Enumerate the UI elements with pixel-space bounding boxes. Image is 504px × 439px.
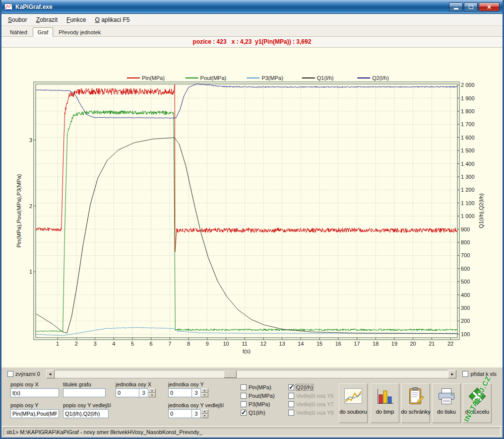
printer-icon	[437, 387, 456, 407]
position-readout: pozice : 423 x : 4,23 y1(Pin(MPa)) : 3,6…	[1, 37, 503, 47]
menu-funkce[interactable]: Funkce	[62, 15, 90, 25]
jednotka-osy-x-spinner[interactable]: ▲▼	[148, 388, 156, 397]
popis-osy-x-input[interactable]	[10, 388, 59, 397]
vedlejsi-osa-y6-checkbox[interactable]: Vedlejší osa Y6	[288, 393, 334, 399]
p3-checkbox[interactable]: P3(MPa)	[241, 401, 275, 407]
minimize-button[interactable]	[449, 2, 463, 11]
title-bar[interactable]: KaPiGraf.exe ×	[1, 0, 503, 14]
pin-checkbox[interactable]: Pin(MPa)	[241, 384, 275, 390]
svg-text:6: 6	[150, 341, 153, 347]
do-bmp-button[interactable]: do bmp	[371, 383, 399, 423]
svg-text:100: 100	[461, 331, 470, 337]
svg-text:900: 900	[461, 226, 470, 232]
popis-osy-y-input[interactable]	[10, 409, 59, 418]
jednotka-osy-y-vedlejsi-label: jednotka osy Y vedlejší	[168, 402, 224, 409]
tab-nahled[interactable]: Náhled	[5, 28, 32, 36]
q1-checkbox[interactable]: Q1(l/h)	[241, 410, 275, 416]
svg-text:10: 10	[223, 341, 229, 347]
svg-text:3: 3	[93, 341, 96, 347]
chart[interactable]: 1234567891011121314151617181920212210020…	[4, 48, 500, 368]
legend-label: Q1(l/h)	[317, 75, 334, 81]
jednotka-osy-x-label: jednotka osy X	[116, 381, 156, 388]
svg-text:19: 19	[391, 341, 397, 347]
popis-osy-y-vedlejsi-input[interactable]	[63, 409, 109, 418]
svg-text:4: 4	[112, 341, 115, 347]
do-souboru-button[interactable]: do souboru	[339, 383, 368, 423]
maximize-button[interactable]	[464, 2, 478, 11]
legend-label: Pin(MPa)	[142, 75, 165, 81]
chart-panel: 1234567891011121314151617181920212210020…	[1, 47, 503, 367]
vedlejsi-osa-y7-checkbox[interactable]: Vedlejší osa Y7	[288, 401, 334, 407]
highlight-zero-checkbox[interactable]: zvýrazni 0	[7, 371, 40, 377]
svg-text:16: 16	[335, 341, 341, 347]
menu-zobrazit[interactable]: Zobrazit	[32, 15, 62, 25]
checkbox-box	[462, 371, 468, 377]
spin-down-icon[interactable]: ▼	[201, 414, 208, 418]
checkbox-box	[288, 393, 294, 399]
svg-text:9: 9	[206, 341, 209, 347]
svg-text:21: 21	[429, 341, 435, 347]
close-button[interactable]: ×	[479, 2, 500, 11]
tab-bar: Náhled Graf Převody jednotek	[1, 26, 503, 37]
menu-o-aplikaci[interactable]: O aplikaci F5	[90, 15, 134, 25]
do-tisku-button[interactable]: do tisku	[432, 383, 461, 423]
series-checkbox-group-1: Pin(MPa) Pout(MPa) P3(MPa) Q1(l/h)	[241, 384, 275, 416]
bar-chart-icon	[376, 387, 394, 407]
svg-text:300: 300	[461, 305, 470, 311]
svg-text:2: 2	[75, 341, 78, 347]
jednotka-osy-y-vedlejsi-input[interactable]	[168, 409, 192, 418]
tab-prevody-jednotek[interactable]: Převody jednotek	[54, 28, 105, 36]
do-excelu-button[interactable]: do Excelu	[463, 383, 492, 423]
checkbox-box	[288, 401, 294, 407]
pout-checkbox[interactable]: Pout(MPa)	[241, 393, 275, 399]
window-controls: ×	[448, 2, 500, 11]
svg-text:800: 800	[461, 239, 470, 245]
scrollbar-thumb[interactable]	[224, 370, 237, 378]
menu-soubor[interactable]: Soubor	[3, 15, 32, 25]
scroll-left-button[interactable]: ◄	[46, 370, 55, 378]
maximize-icon	[469, 5, 473, 9]
scrollbar-track[interactable]	[55, 370, 448, 378]
svg-text:1: 1	[56, 341, 59, 347]
titulek-grafu-input[interactable]	[63, 388, 106, 397]
x-axis-title: t(s)	[243, 348, 251, 354]
spin-up-icon[interactable]: ▲	[201, 409, 208, 414]
checkbox-box	[241, 393, 247, 399]
svg-text:17: 17	[354, 341, 360, 347]
q2-checkbox[interactable]: Q2(l/h)	[288, 384, 334, 390]
tab-graf[interactable]: Graf	[33, 27, 53, 37]
popis-osy-y-vedlejsi-label: popis osy Y vedlejší	[63, 402, 109, 409]
legend-label: Q2(l/h)	[372, 75, 389, 81]
clipboard-icon	[406, 387, 425, 407]
jednotka-osy-x-input[interactable]	[116, 388, 139, 397]
svg-text:7: 7	[168, 341, 171, 347]
chart-image-icon	[344, 387, 363, 407]
svg-text:15: 15	[316, 341, 322, 347]
controls-panel: popis osy X titulek grafu jednotka osy X…	[1, 380, 503, 426]
left-axis-title: Pin(MPa),Pout(MPa),P3(MPa)	[16, 174, 22, 248]
checkbox-box	[241, 401, 247, 407]
status-text: sb1> M:\KAPIGRAF\KaPiGraf - novy smer 8k…	[3, 428, 501, 436]
spin-down-icon[interactable]: ▼	[201, 393, 208, 397]
vedlejsi-osa-y8-checkbox[interactable]: Vedlejší osa Y8	[288, 410, 334, 416]
series-checkbox-group-2: Q2(l/h) Vedlejší osa Y6 Vedlejší osa Y7 …	[288, 384, 334, 416]
jednotka-osy-y-spinner[interactable]: ▲▼	[201, 388, 208, 397]
svg-text:1 700: 1 700	[461, 121, 475, 127]
scroll-right-button[interactable]: ►	[448, 370, 456, 378]
jednotka-osy-y-input[interactable]	[168, 388, 192, 397]
spin-down-icon[interactable]: ▼	[148, 393, 156, 397]
checkbox-box	[7, 371, 13, 377]
popis-osy-y-label: popis osy Y	[10, 402, 59, 409]
svg-text:12: 12	[260, 341, 266, 347]
svg-text:1 100: 1 100	[461, 200, 475, 206]
svg-text:400: 400	[461, 292, 470, 298]
right-axis-title: Q1(l/h),Q2(l/h)	[478, 193, 484, 228]
spin-up-icon[interactable]: ▲	[148, 388, 156, 393]
jednotka-osy-y-vedlejsi-spinner[interactable]: ▲▼	[201, 409, 208, 418]
chart-scrollbar[interactable]: ◄ ►	[46, 370, 457, 378]
add-to-xls-checkbox[interactable]: přidat k xls	[462, 371, 497, 377]
spin-up-icon[interactable]: ▲	[201, 388, 208, 393]
svg-text:1 800: 1 800	[461, 108, 475, 114]
do-schranky-button[interactable]: do schránky	[401, 383, 430, 423]
svg-text:8: 8	[187, 341, 190, 347]
